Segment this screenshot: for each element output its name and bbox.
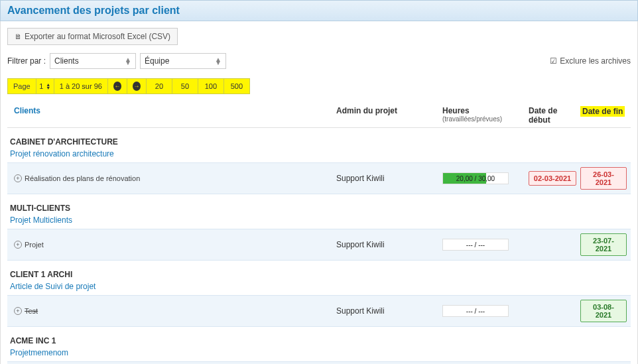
- page-title: Avancement des projets par client: [0, 0, 638, 21]
- task-name: Test: [25, 307, 38, 315]
- filter-label: Filtrer par :: [7, 56, 46, 66]
- projects-table: Clients Admin du projet Heures (travaill…: [7, 101, 631, 364]
- task-row: +TESTSupport Kiwili--- / ---06-08-2021: [7, 361, 631, 364]
- export-excel-button[interactable]: 🗎 Exporter au format Microsoft Excel (CS…: [7, 28, 178, 45]
- pager-page-label: Page: [7, 78, 36, 94]
- col-admin: Admin du projet: [336, 106, 442, 115]
- project-link[interactable]: Projetmemenom: [7, 347, 71, 361]
- project-link[interactable]: Projet Multiclients: [7, 214, 75, 229]
- start-date-badge: 02-03-2021: [529, 171, 576, 186]
- expand-icon[interactable]: +: [14, 307, 22, 315]
- hours-progress: --- / ---: [442, 239, 509, 251]
- task-name: Projet: [25, 241, 44, 249]
- client-group-header: MULTI-CLIENTS: [7, 194, 631, 214]
- pager-range: 1 à 20 sur 96: [54, 78, 108, 94]
- export-icon: 🗎: [15, 32, 22, 40]
- task-name: Réalisation des plans de rénovation: [25, 174, 140, 182]
- page-size-20[interactable]: 20: [146, 78, 172, 94]
- exclude-archives-toggle[interactable]: ☑ Exclure les archives: [550, 56, 631, 66]
- project-link[interactable]: Article de Suivi de projet: [7, 280, 98, 295]
- pager-next-button[interactable]: →: [127, 78, 147, 94]
- col-end-label: Date de fin: [580, 106, 625, 117]
- page-size-500[interactable]: 500: [223, 78, 250, 94]
- client-group-header: CABINET D'ARCHITECTURE: [7, 128, 631, 148]
- check-icon: ☑: [550, 56, 557, 66]
- pager-page-value: 1: [39, 82, 43, 90]
- end-date-badge: 23-07-2021: [580, 233, 627, 256]
- end-date-badge: 03-08-2021: [580, 300, 627, 322]
- pager-page-input[interactable]: 1 ▲▼: [36, 78, 54, 94]
- pager: Page 1 ▲▼ 1 à 20 sur 96 ← → 20 50 100 50…: [7, 78, 631, 94]
- admin-name: Support Kiwili: [336, 240, 442, 249]
- page-size-100[interactable]: 100: [198, 78, 224, 94]
- page-size-50[interactable]: 50: [172, 78, 198, 94]
- clients-select[interactable]: Clients ▲▼: [50, 53, 136, 69]
- admin-name: Support Kiwili: [336, 174, 442, 183]
- col-end: Date de fin: [580, 106, 627, 117]
- pager-prev-button[interactable]: ←: [107, 78, 127, 94]
- task-row: +ProjetSupport Kiwili--- / ---23-07-2021: [7, 229, 631, 261]
- client-group-header: ACME INC 1: [7, 327, 631, 347]
- col-hours-sub: (travaillées/prévues): [442, 115, 529, 123]
- col-hours-label: Heures: [442, 106, 470, 115]
- exclude-archives-label: Exclure les archives: [560, 56, 631, 66]
- export-label: Exporter au format Microsoft Excel (CSV): [25, 32, 170, 41]
- arrow-left-icon: ←: [113, 82, 121, 91]
- chevron-updown-icon: ▲▼: [215, 58, 222, 64]
- col-clients[interactable]: Clients: [11, 106, 336, 115]
- content-area: 🗎 Exporter au format Microsoft Excel (CS…: [0, 21, 638, 364]
- expand-icon[interactable]: +: [14, 241, 22, 249]
- task-row: +Réalisation des plans de rénovationSupp…: [7, 162, 631, 194]
- chevron-updown-icon: ▲▼: [125, 58, 131, 64]
- clients-select-value: Clients: [54, 56, 79, 66]
- col-start: Date de début: [529, 106, 580, 125]
- arrow-right-icon: →: [133, 82, 141, 91]
- client-group-header: CLIENT 1 ARCHI: [7, 261, 631, 280]
- project-link[interactable]: Projet rénovation architecture: [7, 148, 117, 162]
- col-hours: Heures (travaillées/prévues): [442, 106, 529, 123]
- task-row: +TestSupport Kiwili--- / ---03-08-2021: [7, 295, 631, 327]
- hours-progress: --- / ---: [442, 305, 509, 317]
- end-date-badge: 26-03-2021: [580, 167, 627, 190]
- hours-progress: 20,00 / 30,00: [442, 172, 509, 184]
- filter-row: Filtrer par : Clients ▲▼ Équipe ▲▼ ☑ Exc…: [7, 53, 631, 69]
- admin-name: Support Kiwili: [336, 306, 442, 316]
- spinner-icon[interactable]: ▲▼: [46, 83, 50, 90]
- equipe-select[interactable]: Équipe ▲▼: [140, 53, 226, 69]
- equipe-select-value: Équipe: [145, 56, 169, 66]
- expand-icon[interactable]: +: [14, 174, 22, 182]
- table-header: Clients Admin du projet Heures (travaill…: [7, 101, 631, 128]
